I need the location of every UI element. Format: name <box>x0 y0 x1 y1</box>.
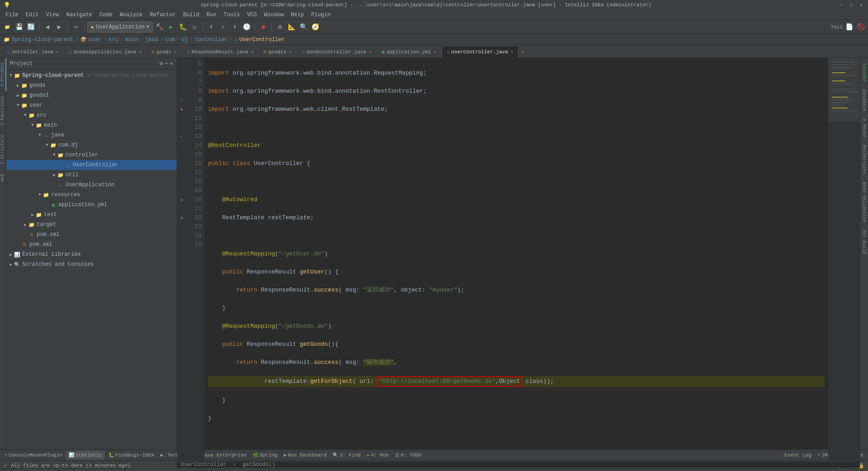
tree-item-main[interactable]: ▼ 📁 main <box>6 120 177 130</box>
right-panel-maven[interactable]: m Maven <box>861 115 868 141</box>
tab-application-yml-close[interactable]: ✕ <box>434 49 437 55</box>
right-panel-ant-build[interactable]: Ant Build <box>861 226 868 258</box>
tree-item-user[interactable]: ▼ 📁 user <box>6 100 177 110</box>
tail-btn[interactable]: 📄 <box>844 22 854 33</box>
tab-goodsapp-close[interactable]: ✕ <box>139 49 142 55</box>
ban-btn[interactable]: 🚫 <box>855 22 866 33</box>
build-btn[interactable]: 🔨 <box>154 22 165 33</box>
tree-item-external-libs[interactable]: ▶ 📊 External Libraries <box>6 250 177 259</box>
git-push[interactable]: ⬆ <box>229 22 240 33</box>
forward-btn[interactable]: ▶ <box>54 22 65 33</box>
git-update[interactable]: ⬇ <box>206 22 217 33</box>
tab-responseresult-close[interactable]: ✕ <box>251 49 254 55</box>
sync-btn[interactable]: 🔄 <box>25 22 36 33</box>
tree-item-scratches[interactable]: ▶ 🔍 Scratches and Consoles <box>6 259 177 269</box>
tab-controller[interactable]: ☕ ontroller.java ✕ <box>2 46 64 57</box>
breadcrumb-controller[interactable]: controller <box>195 37 227 43</box>
menu-code[interactable]: Code <box>96 11 116 19</box>
menu-navigate[interactable]: Navigate <box>62 11 96 19</box>
vcs-history[interactable]: 🕐 <box>241 22 252 33</box>
tab-usercontroller[interactable]: ☕ UserController.java ✕ <box>442 46 519 57</box>
tab-goods-xml[interactable]: m goods ✕ <box>146 46 182 57</box>
tree-item-target[interactable]: ▶ 📁 target <box>6 220 177 230</box>
tab-goods-xml-close[interactable]: ✕ <box>174 49 177 55</box>
tree-item-java[interactable]: ▼ ☕ java <box>6 130 177 140</box>
right-panel-database[interactable]: Database <box>861 86 868 115</box>
ant-btn[interactable]: ⚙ <box>274 22 285 33</box>
breadcrumb-user[interactable]: user <box>89 37 102 43</box>
stop-btn[interactable]: ■ <box>258 22 269 33</box>
menu-tools[interactable]: Tools <box>220 11 244 19</box>
menu-view[interactable]: View <box>42 11 63 19</box>
debug-btn[interactable]: 🐛 <box>177 22 188 33</box>
tree-item-test[interactable]: ▶ 📁 test <box>6 210 177 220</box>
back-btn[interactable]: ◀ <box>42 22 53 33</box>
tab-responseresult[interactable]: ☕ ResponseResult.java ✕ <box>182 46 259 57</box>
tab-usercontroller-close[interactable]: ✕ <box>511 49 514 55</box>
breadcrumb-main[interactable]: main <box>125 37 138 43</box>
menu-run[interactable]: Run <box>203 11 220 19</box>
menu-help[interactable]: Help <box>287 11 307 19</box>
breadcrumb-com[interactable]: com <box>165 37 175 43</box>
project-tree-close-icon[interactable]: ✕ <box>170 60 173 67</box>
git-commit[interactable]: ✓ <box>217 22 228 33</box>
tab-goodscontroller[interactable]: ☕ GoodsController.java ✕ <box>297 46 377 57</box>
bt-consolemavenplugin[interactable]: ⚡ ConsoleMavenPlugin <box>2 451 65 460</box>
close-button[interactable]: ✕ <box>858 2 864 8</box>
right-panel-axcoder[interactable]: AXcoder <box>861 60 868 86</box>
maximize-button[interactable]: □ <box>848 2 854 8</box>
tree-item-root[interactable]: ▼ 📁 Spring-cloud-parent H:\CSDN\Spring-c… <box>6 71 177 80</box>
tree-item-com-dj[interactable]: ▼ 📁 com.dj <box>6 140 177 150</box>
tab-goodsapp[interactable]: ☕ GoodsApplication.java ✕ <box>64 46 146 57</box>
run-with-coverage[interactable]: ☑ <box>189 22 200 33</box>
run-btn[interactable]: ▶ <box>165 22 176 33</box>
bt-statistic[interactable]: 📊 Statistic <box>66 451 105 460</box>
menu-window[interactable]: Window <box>260 11 287 19</box>
project-tree-gear-icon[interactable]: ⋯ <box>165 60 168 67</box>
save-btn[interactable]: 💾 <box>14 22 24 33</box>
breadcrumb-spring-cloud[interactable]: Spring-cloud-parent <box>12 37 74 43</box>
tree-item-application-yml[interactable]: ▶ ▣ application.yml <box>6 200 177 210</box>
tree-item-resources[interactable]: ▼ 📁 resources <box>6 190 177 200</box>
menu-plugin[interactable]: Plugin <box>307 11 334 19</box>
right-panel-bean-validation[interactable]: Bean Validation <box>861 178 868 226</box>
side-tab-project[interactable]: 1:Project <box>0 58 6 91</box>
tab-overflow[interactable]: ⋯ <box>519 46 528 57</box>
tree-item-src[interactable]: ▼ 📁 src <box>6 110 177 120</box>
undo-btn[interactable]: ↩ <box>71 22 81 33</box>
tree-item-pom-root[interactable]: ▶ m pom.xml <box>6 240 177 250</box>
structure-btn[interactable]: 📐 <box>286 22 297 33</box>
side-tab-web[interactable]: Web <box>0 169 6 186</box>
side-tab-favorites[interactable]: 2:Favorites <box>0 91 6 130</box>
menu-analyze[interactable]: Analyze <box>116 11 146 19</box>
minimize-button[interactable]: ─ <box>838 2 844 8</box>
tree-item-controller[interactable]: ▼ 📁 controller <box>6 150 177 160</box>
tab-application-yml[interactable]: ▣ application.yml ✕ <box>377 46 442 57</box>
tree-item-goods[interactable]: ▶ 📁 goods <box>6 80 177 90</box>
tab-goods1-xml-close[interactable]: ✕ <box>289 49 292 55</box>
menu-file[interactable]: File <box>2 11 22 19</box>
tree-item-goods1[interactable]: ▶ 📁 goods1 <box>6 90 177 100</box>
menu-refactor[interactable]: Refactor <box>146 11 179 19</box>
search-btn[interactable]: 🔍 <box>298 22 309 33</box>
tab-goodscontroller-close[interactable]: ✕ <box>369 49 372 55</box>
tree-item-pom-user[interactable]: ▶ m pom.xml <box>6 230 177 240</box>
breadcrumb-java[interactable]: java <box>145 37 158 43</box>
tree-item-userapplication[interactable]: ▶ ☕ UserApplication <box>6 180 177 190</box>
navigate-btn[interactable]: 🧭 <box>310 22 321 33</box>
menu-vcs[interactable]: VCS <box>244 11 261 19</box>
right-panel-retservices[interactable]: RetServices <box>861 141 868 178</box>
code-editor[interactable]: import org.springframework.web.bind.anno… <box>204 58 828 461</box>
menu-edit[interactable]: Edit <box>22 11 42 19</box>
tree-item-usercontroller[interactable]: ▶ ☕ UserController <box>6 160 177 170</box>
side-tab-structure[interactable]: Z-Structure <box>0 130 6 169</box>
breadcrumb-src[interactable]: src <box>108 37 118 43</box>
menu-build[interactable]: Build <box>179 11 203 19</box>
tree-item-util[interactable]: ▶ 📁 util <box>6 170 177 180</box>
breadcrumb-dj[interactable]: dj <box>182 37 188 43</box>
tab-goods1-xml[interactable]: m goods1 ✕ <box>259 46 297 57</box>
bt-findbugs[interactable]: 🐛 FindBugs-IDEA <box>106 451 157 460</box>
run-config-dropdown[interactable]: ▶ UserApplication ▼ <box>87 22 153 33</box>
project-tree-sync-icon[interactable]: ⚙ <box>160 60 163 67</box>
tab-controller-close[interactable]: ✕ <box>56 49 59 55</box>
